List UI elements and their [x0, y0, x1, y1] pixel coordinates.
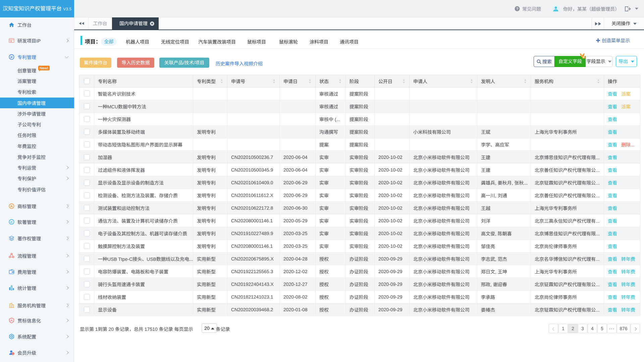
svg-text:P: P: [10, 55, 13, 59]
svg-text:C: C: [10, 220, 13, 224]
svg-text:R: R: [10, 204, 13, 208]
svg-text:IP: IP: [583, 56, 585, 58]
svg-text:?: ?: [516, 7, 519, 11]
